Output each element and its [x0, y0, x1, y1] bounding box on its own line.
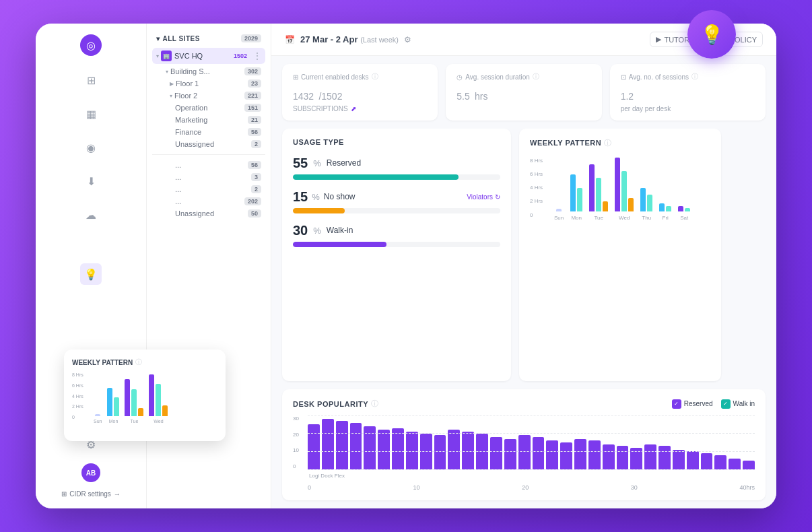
desk-bar-1: [322, 419, 334, 469]
nav-item-marketing[interactable]: Marketing 21: [152, 114, 265, 126]
noshow-pct: 15: [293, 189, 308, 205]
nav-item-operation[interactable]: Operation 151: [152, 102, 265, 114]
nav-item-building[interactable]: ▾ Building S... 302: [152, 65, 265, 77]
desk-panel-header: DESK POPULARITY ⓘ ✓ Reserved ✓ Walk in: [293, 399, 755, 409]
clock-icon: ◷: [456, 73, 463, 81]
nav-extra-2[interactable]: ... 3: [152, 171, 265, 183]
walkin-bar: [293, 242, 500, 247]
sidebar-item-camera[interactable]: ◉: [80, 137, 102, 158]
info-icon-floating: ⓘ: [135, 358, 142, 367]
thu-label: Thu: [642, 215, 651, 221]
thu-bar2: [647, 195, 652, 211]
wed-bar1: [615, 158, 620, 211]
metric-value-desks: 1432 /1502: [293, 84, 427, 104]
violators-button[interactable]: Violators ↻: [467, 193, 500, 201]
metric-label-duration: ◷ Avg. session duration ⓘ: [456, 72, 590, 81]
tue-label: Tue: [594, 215, 603, 221]
cidr-settings[interactable]: ⊞ CIDR settings →: [61, 490, 121, 498]
sidebar-item-chart[interactable]: ▦: [80, 103, 102, 125]
chart-day-thu: Thu: [640, 151, 652, 221]
fri-bar1: [659, 203, 665, 211]
float-sun: Sun: [94, 369, 102, 424]
chevron-down-icon: ▾: [156, 53, 159, 59]
chevron-icon: ▾: [166, 69, 168, 75]
desk-bar-19: [574, 439, 586, 469]
building-count: 302: [244, 67, 261, 75]
svc-hq-count: 1502: [230, 52, 250, 60]
desk-bar-4: [364, 426, 376, 469]
nav-item-unassigned[interactable]: Unassigned 2: [152, 138, 265, 150]
y-axis: 8 Hrs 6 Hrs 4 Hrs 2 Hrs 0: [530, 158, 543, 218]
x-0: 0: [308, 484, 311, 491]
avatar[interactable]: AB: [81, 463, 100, 482]
sidebar-item-cloud[interactable]: ☁: [80, 204, 102, 226]
sessions-icon: ⊡: [621, 73, 626, 81]
nav-item-floor2[interactable]: ▾ Floor 2 221: [152, 90, 265, 102]
metric-label-desks: ⊞ Current enabled desks ⓘ: [293, 72, 427, 81]
desk-bar-23: [630, 448, 642, 469]
nav-unassigned-2[interactable]: Unassigned 50: [152, 207, 265, 220]
metric-enabled-desks: ⊞ Current enabled desks ⓘ 1432 /1502 SUB…: [282, 64, 438, 121]
floating-weekly-card: WEEKLY PATTERN ⓘ 8 Hrs 6 Hrs 4 Hrs 2 Hrs…: [64, 350, 226, 441]
chevron-right-icon: ▶: [170, 81, 174, 87]
info-icon-weekly: ⓘ: [604, 138, 612, 148]
metrics-row: ⊞ Current enabled desks ⓘ 1432 /1502 SUB…: [271, 56, 776, 129]
date-settings-icon[interactable]: ⚙: [404, 35, 411, 44]
usage-walkin-row: 30 % Walk-in: [293, 223, 500, 247]
info-icon-duration: ⓘ: [533, 72, 539, 81]
info-icon-sessions: ⓘ: [691, 72, 698, 81]
desk-bar-21: [603, 444, 615, 469]
walkin-bar-fill: [293, 242, 386, 247]
play-icon: ▶: [656, 35, 661, 44]
desk-popularity-section: DESK POPULARITY ⓘ ✓ Reserved ✓ Walk in: [271, 389, 776, 508]
x-30: 30: [631, 484, 638, 491]
desk-y-30: 30: [293, 415, 306, 422]
date-range: 27 Mar - 2 Apr (Last week): [300, 34, 399, 44]
sidebar-bottom: ⚙ AB ⊞ CIDR settings →: [61, 434, 121, 498]
marketing-count: 21: [248, 116, 261, 124]
legend-walkin: ✓ Walk in: [721, 399, 755, 409]
cidr-icon: ⊞: [61, 490, 67, 498]
x-40hrs: 40hrs: [739, 484, 755, 491]
float-tue: Tue: [125, 369, 143, 424]
desk-bar-26: [673, 450, 685, 469]
metric-sub-sessions: per day per desk: [621, 105, 755, 112]
chart-day-mon: Mon: [570, 151, 582, 221]
nav-all-sites[interactable]: ▾ ALL SITES 2029: [152, 32, 265, 45]
desk-popularity-panel: DESK POPULARITY ⓘ ✓ Reserved ✓ Walk in: [282, 389, 766, 500]
nav-item-svc-hq[interactable]: ▾ 🏢 SVC HQ 1502 ⋮: [152, 48, 265, 64]
desk-bar-6: [392, 428, 404, 469]
nav-extra-3[interactable]: ... 2: [152, 183, 265, 195]
nav-item-floor1[interactable]: ▶ Floor 1 23: [152, 77, 265, 90]
desk-bar-29: [714, 455, 726, 469]
sidebar-item-layers[interactable]: ⊞: [80, 69, 102, 91]
desk-bar-17: [546, 440, 558, 469]
more-icon[interactable]: ⋮: [253, 51, 261, 61]
metric-value-duration: 5.5 hrs: [456, 84, 590, 104]
sat-bar2: [685, 208, 690, 211]
nav-extra-4[interactable]: ... 202: [152, 195, 265, 207]
chart-day-tue: Tue: [589, 151, 608, 221]
sidebar-item-download[interactable]: ⬇: [80, 170, 102, 192]
desk-bar-16: [533, 437, 545, 469]
desk-bar-9: [434, 435, 446, 469]
usage-type-panel: USAGE TYPE 55 % Reserved: [282, 129, 511, 381]
mon-label: Mon: [571, 215, 582, 221]
chart-day-wed: Wed: [615, 151, 634, 221]
logo-icon: ◎: [86, 39, 96, 52]
desk-bar-0: [308, 424, 320, 469]
noshow-bar: [293, 208, 500, 213]
metric-session-duration: ◷ Avg. session duration ⓘ 5.5 hrs: [446, 64, 601, 121]
nav-item-finance[interactable]: Finance 56: [152, 126, 265, 138]
tue-bar2: [596, 178, 601, 211]
y-label-6hrs: 6 Hrs: [530, 171, 543, 177]
chart-day-fri: Fri: [659, 151, 671, 221]
desk-bar-11: [462, 432, 474, 469]
weekly-pattern-panel: WEEKLY PATTERN ⓘ 8 Hrs 6 Hrs 4 Hrs 2 Hrs…: [519, 129, 721, 381]
app-logo[interactable]: ◎: [80, 34, 102, 56]
sidebar-item-bulb[interactable]: 💡: [80, 263, 102, 285]
desk-bar-22: [617, 446, 629, 469]
nav-extra-1[interactable]: ... 56: [152, 159, 265, 171]
external-link-icon[interactable]: ⬈: [351, 105, 356, 112]
mon-bar1: [570, 174, 576, 211]
